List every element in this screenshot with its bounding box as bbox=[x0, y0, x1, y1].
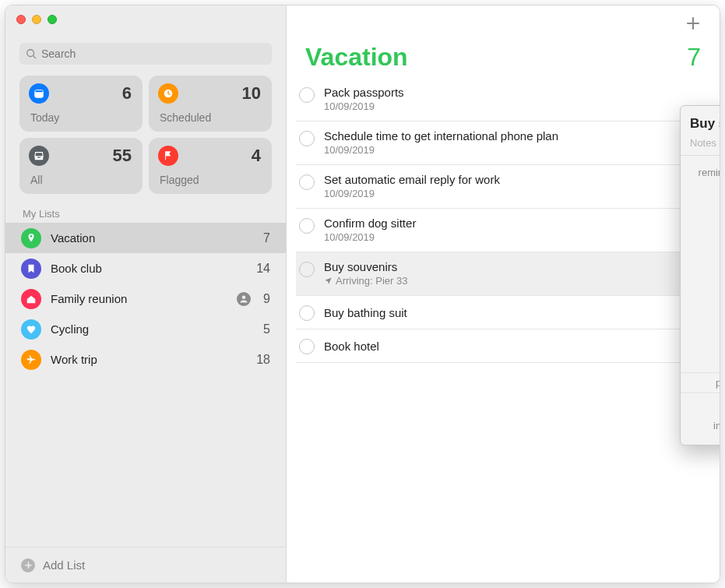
search-icon bbox=[26, 48, 37, 59]
smart-list-today[interactable]: 6 Today bbox=[19, 76, 143, 132]
task-title: Buy souvenirs bbox=[324, 260, 710, 273]
app-window: 6 Today 10 Scheduled 55 All bbox=[5, 5, 720, 583]
search-input[interactable] bbox=[41, 48, 266, 60]
list-color-icon bbox=[21, 350, 41, 370]
window-controls bbox=[16, 15, 57, 24]
task-title: Book hotel bbox=[324, 340, 710, 353]
complete-toggle[interactable] bbox=[299, 305, 315, 321]
smart-list-flagged[interactable]: 4 Flagged bbox=[149, 138, 272, 194]
task-list: Pack passports10/09/2019Schedule time to… bbox=[287, 78, 720, 363]
zoom-window-button[interactable] bbox=[48, 15, 57, 24]
list-name: Vacation bbox=[51, 231, 254, 245]
list-heading: Vacation 7 bbox=[287, 5, 720, 78]
task-row[interactable]: Schedule time to get international phone… bbox=[296, 121, 720, 165]
all-count: 55 bbox=[113, 146, 132, 166]
list-count: 18 bbox=[256, 353, 270, 367]
sidebar-list-book-club[interactable]: Book club14 bbox=[5, 253, 286, 283]
today-count: 6 bbox=[122, 83, 132, 104]
list-count: 7 bbox=[687, 43, 701, 72]
user-lists: Vacation7Book club14Family reunion9Cycli… bbox=[5, 223, 286, 547]
task-row[interactable]: Set automatic email reply for work10/09/… bbox=[296, 165, 720, 209]
notes-field[interactable]: Notes bbox=[681, 137, 720, 155]
sidebar-list-work-trip[interactable]: Work trip18 bbox=[5, 344, 286, 375]
smart-list-all[interactable]: 55 All bbox=[19, 138, 143, 194]
svg-point-0 bbox=[27, 50, 34, 57]
all-label: All bbox=[30, 174, 43, 186]
scheduled-count: 10 bbox=[242, 83, 261, 104]
scheduled-label: Scheduled bbox=[160, 111, 211, 124]
complete-toggle[interactable] bbox=[299, 131, 315, 146]
calendar-icon bbox=[29, 83, 49, 104]
sidebar-list-cycling[interactable]: Cycling5 bbox=[5, 314, 286, 344]
flag-icon bbox=[158, 146, 178, 166]
sidebar-list-vacation[interactable]: Vacation7 bbox=[5, 223, 286, 253]
add-list-button[interactable]: ＋ Add List bbox=[5, 547, 286, 583]
task-row[interactable]: Pack passports10/09/2019 bbox=[296, 78, 720, 121]
priority-label: priority bbox=[690, 377, 720, 389]
task-row[interactable]: Buy souvenirsArriving: Pier 33i bbox=[296, 252, 720, 296]
list-count: 7 bbox=[263, 231, 270, 245]
task-title: Pack passports bbox=[324, 86, 710, 99]
sidebar-list-family-reunion[interactable]: Family reunion9 bbox=[5, 283, 286, 314]
new-reminder-button[interactable] bbox=[681, 13, 706, 33]
flagged-count: 4 bbox=[252, 146, 261, 166]
list-count: 9 bbox=[263, 292, 270, 306]
plus-icon: ＋ bbox=[21, 558, 35, 572]
tray-icon bbox=[29, 146, 49, 166]
list-count: 14 bbox=[256, 262, 270, 276]
complete-toggle[interactable] bbox=[299, 218, 315, 234]
minimize-window-button[interactable] bbox=[32, 15, 41, 24]
task-subtitle: 10/09/2019 bbox=[324, 231, 710, 243]
complete-toggle[interactable] bbox=[299, 262, 315, 277]
my-lists-label: My Lists bbox=[5, 203, 286, 223]
list-color-icon bbox=[21, 228, 41, 248]
flagged-label: Flagged bbox=[160, 174, 199, 186]
sidebar: 6 Today 10 Scheduled 55 All bbox=[5, 5, 287, 583]
location-arrow-icon bbox=[324, 276, 333, 285]
list-color-icon bbox=[21, 259, 41, 279]
svg-line-1 bbox=[33, 56, 37, 59]
list-count: 5 bbox=[263, 322, 270, 336]
separator bbox=[681, 155, 720, 156]
list-title: Vacation bbox=[305, 43, 408, 72]
task-subtitle: 10/09/2019 bbox=[324, 144, 710, 156]
task-title: Buy bathing suit bbox=[324, 306, 710, 319]
task-subtitle: 10/09/2019 bbox=[324, 188, 710, 199]
images-label: images bbox=[690, 420, 720, 431]
today-label: Today bbox=[30, 111, 59, 124]
close-window-button[interactable] bbox=[16, 15, 26, 24]
smart-lists-grid: 6 Today 10 Scheduled 55 All bbox=[5, 76, 286, 203]
list-name: Family reunion bbox=[51, 292, 227, 305]
task-row[interactable]: Book hotel bbox=[296, 329, 720, 363]
task-subtitle: 10/09/2019 bbox=[324, 100, 710, 112]
smart-list-scheduled[interactable]: 10 Scheduled bbox=[149, 76, 272, 132]
list-color-icon bbox=[21, 289, 41, 309]
list-name: Cycling bbox=[51, 322, 254, 336]
task-subtitle: Arriving: Pier 33 bbox=[324, 275, 710, 287]
list-name: Book club bbox=[51, 262, 247, 275]
task-title: Schedule time to get international phone… bbox=[324, 129, 710, 143]
complete-toggle[interactable] bbox=[299, 339, 315, 354]
complete-toggle[interactable] bbox=[299, 174, 315, 190]
task-title: Set automatic email reply for work bbox=[324, 173, 710, 186]
remind-me-label: remind me bbox=[690, 164, 720, 178]
url-label: URL bbox=[690, 397, 720, 409]
shared-icon bbox=[237, 292, 251, 306]
add-list-label: Add List bbox=[43, 558, 85, 572]
svg-point-7 bbox=[242, 295, 246, 299]
reminder-details-popover: Buy souvenirs Notes remind me On a Day bbox=[680, 105, 720, 445]
plus-icon bbox=[685, 16, 701, 31]
task-title: Confirm dog sitter bbox=[324, 217, 710, 230]
clock-icon bbox=[158, 83, 178, 104]
search-field-wrap bbox=[19, 43, 272, 65]
complete-toggle[interactable] bbox=[299, 87, 315, 103]
main-pane: Vacation 7 Pack passports10/09/2019Sched… bbox=[287, 5, 720, 583]
task-row[interactable]: Buy bathing suit bbox=[296, 296, 720, 329]
task-row[interactable]: Confirm dog sitter10/09/2019 bbox=[296, 209, 720, 252]
svg-point-6 bbox=[30, 235, 33, 238]
list-name: Work trip bbox=[51, 353, 247, 366]
list-color-icon bbox=[21, 319, 41, 340]
popover-title[interactable]: Buy souvenirs bbox=[690, 116, 720, 132]
